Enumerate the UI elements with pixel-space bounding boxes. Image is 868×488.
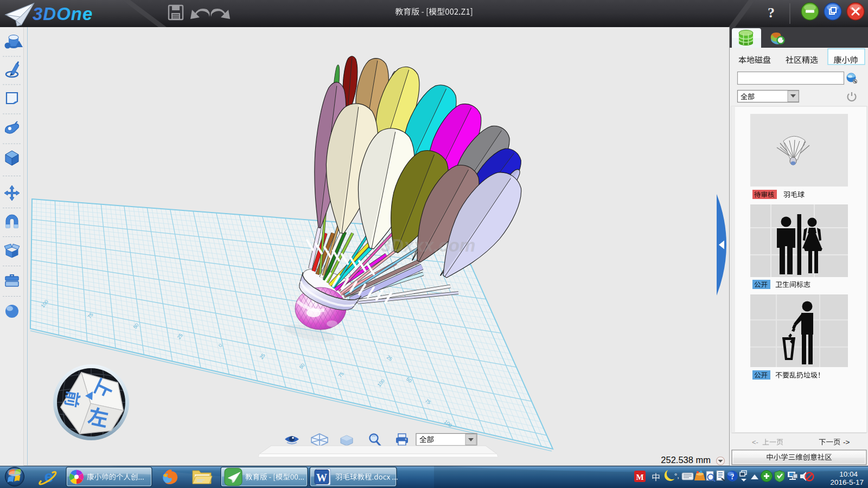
svg-text:?: ? bbox=[768, 5, 775, 21]
svg-text:M: M bbox=[636, 473, 643, 481]
svg-text:10:04: 10:04 bbox=[839, 470, 858, 478]
svg-text:2016-5-17: 2016-5-17 bbox=[830, 478, 864, 486]
svg-text:->: -> bbox=[843, 438, 850, 446]
svg-text:3DOne: 3DOne bbox=[33, 4, 93, 24]
svg-text:?: ? bbox=[731, 473, 735, 481]
svg-text:W: W bbox=[316, 472, 327, 484]
svg-text:252.538 mm: 252.538 mm bbox=[661, 455, 711, 465]
svg-text:<-: <- bbox=[752, 438, 758, 446]
svg-text:°,: °, bbox=[674, 472, 679, 480]
svg-text:3Dxxx.com: 3Dxxx.com bbox=[381, 235, 475, 255]
